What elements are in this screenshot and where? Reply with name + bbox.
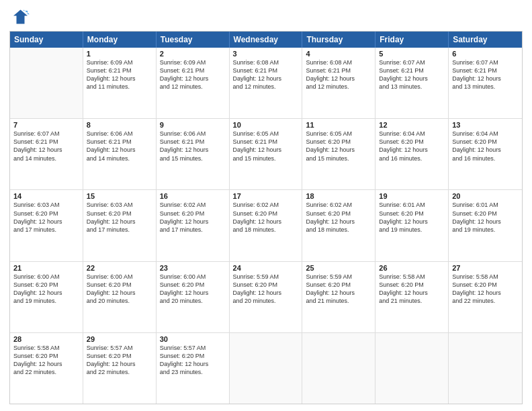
calendar-day-1: 1Sunrise: 6:09 AM Sunset: 6:21 PM Daylig… <box>83 48 157 118</box>
day-info: Sunrise: 6:06 AM Sunset: 6:21 PM Dayligh… <box>160 130 226 163</box>
calendar-header: SundayMondayTuesdayWednesdayThursdayFrid… <box>10 32 522 48</box>
page: SundayMondayTuesdayWednesdayThursdayFrid… <box>0 0 532 411</box>
calendar-day-empty-5 <box>375 333 449 404</box>
day-number: 27 <box>452 264 519 272</box>
calendar-day-8: 8Sunrise: 6:06 AM Sunset: 6:21 PM Daylig… <box>83 119 157 189</box>
calendar-body: 1Sunrise: 6:09 AM Sunset: 6:21 PM Daylig… <box>10 48 522 404</box>
day-number: 25 <box>306 264 371 272</box>
day-number: 6 <box>452 50 519 58</box>
calendar-day-25: 25Sunrise: 5:59 AM Sunset: 6:20 PM Dayli… <box>302 262 375 332</box>
day-number: 30 <box>160 335 226 343</box>
day-info: Sunrise: 6:02 AM Sunset: 6:20 PM Dayligh… <box>160 201 226 234</box>
logo-icon <box>9 7 30 27</box>
header-cell-wednesday: Wednesday <box>230 32 303 48</box>
calendar-day-24: 24Sunrise: 5:59 AM Sunset: 6:20 PM Dayli… <box>230 262 303 332</box>
day-info: Sunrise: 5:58 AM Sunset: 6:20 PM Dayligh… <box>13 344 79 377</box>
day-number: 21 <box>13 264 79 272</box>
day-info: Sunrise: 6:08 AM Sunset: 6:21 PM Dayligh… <box>233 58 299 91</box>
day-number: 12 <box>379 121 445 129</box>
calendar: SundayMondayTuesdayWednesdayThursdayFrid… <box>9 31 523 404</box>
calendar-day-26: 26Sunrise: 5:58 AM Sunset: 6:20 PM Dayli… <box>375 262 449 332</box>
calendar-day-11: 11Sunrise: 6:05 AM Sunset: 6:20 PM Dayli… <box>302 119 375 189</box>
day-info: Sunrise: 6:02 AM Sunset: 6:20 PM Dayligh… <box>233 201 299 234</box>
header-cell-saturday: Saturday <box>449 32 522 48</box>
day-number: 28 <box>13 335 79 343</box>
calendar-day-23: 23Sunrise: 6:00 AM Sunset: 6:20 PM Dayli… <box>157 262 230 332</box>
calendar-day-7: 7Sunrise: 6:07 AM Sunset: 6:21 PM Daylig… <box>10 119 83 189</box>
calendar-day-empty-0 <box>10 48 83 118</box>
header-cell-tuesday: Tuesday <box>157 32 230 48</box>
calendar-week-3: 21Sunrise: 6:00 AM Sunset: 6:20 PM Dayli… <box>10 262 522 333</box>
day-info: Sunrise: 6:04 AM Sunset: 6:20 PM Dayligh… <box>452 130 519 163</box>
calendar-day-14: 14Sunrise: 6:03 AM Sunset: 6:20 PM Dayli… <box>10 190 83 261</box>
day-number: 14 <box>13 192 79 200</box>
header-cell-monday: Monday <box>83 32 157 48</box>
calendar-day-17: 17Sunrise: 6:02 AM Sunset: 6:20 PM Dayli… <box>230 190 303 261</box>
day-number: 20 <box>452 192 519 200</box>
calendar-day-13: 13Sunrise: 6:04 AM Sunset: 6:20 PM Dayli… <box>449 119 522 189</box>
day-number: 5 <box>379 50 445 58</box>
day-info: Sunrise: 6:09 AM Sunset: 6:21 PM Dayligh… <box>87 58 152 91</box>
day-number: 15 <box>87 192 152 200</box>
calendar-day-empty-4 <box>302 333 375 404</box>
calendar-day-18: 18Sunrise: 6:02 AM Sunset: 6:20 PM Dayli… <box>302 190 375 261</box>
day-number: 29 <box>87 335 152 343</box>
day-info: Sunrise: 6:05 AM Sunset: 6:20 PM Dayligh… <box>306 130 371 163</box>
day-info: Sunrise: 6:07 AM Sunset: 6:21 PM Dayligh… <box>452 58 519 91</box>
day-number: 10 <box>233 121 299 129</box>
calendar-day-9: 9Sunrise: 6:06 AM Sunset: 6:21 PM Daylig… <box>157 119 230 189</box>
day-info: Sunrise: 5:59 AM Sunset: 6:20 PM Dayligh… <box>306 273 371 306</box>
calendar-day-6: 6Sunrise: 6:07 AM Sunset: 6:21 PM Daylig… <box>449 48 522 118</box>
day-info: Sunrise: 5:59 AM Sunset: 6:20 PM Dayligh… <box>233 273 299 306</box>
day-number: 16 <box>160 192 226 200</box>
day-info: Sunrise: 5:58 AM Sunset: 6:20 PM Dayligh… <box>452 273 519 306</box>
day-info: Sunrise: 6:00 AM Sunset: 6:20 PM Dayligh… <box>160 273 226 306</box>
day-number: 18 <box>306 192 371 200</box>
svg-marker-0 <box>13 10 28 24</box>
day-number: 4 <box>306 50 371 58</box>
logo <box>9 7 32 27</box>
calendar-day-21: 21Sunrise: 6:00 AM Sunset: 6:20 PM Dayli… <box>10 262 83 332</box>
day-info: Sunrise: 6:07 AM Sunset: 6:21 PM Dayligh… <box>379 58 445 91</box>
day-info: Sunrise: 6:06 AM Sunset: 6:21 PM Dayligh… <box>87 130 152 163</box>
day-number: 7 <box>13 121 79 129</box>
day-number: 24 <box>233 264 299 272</box>
header-cell-friday: Friday <box>375 32 449 48</box>
calendar-day-29: 29Sunrise: 5:57 AM Sunset: 6:20 PM Dayli… <box>83 333 157 404</box>
day-number: 22 <box>87 264 152 272</box>
day-number: 17 <box>233 192 299 200</box>
header-cell-sunday: Sunday <box>10 32 83 48</box>
day-info: Sunrise: 6:05 AM Sunset: 6:21 PM Dayligh… <box>233 130 299 163</box>
day-number: 3 <box>233 50 299 58</box>
calendar-week-1: 7Sunrise: 6:07 AM Sunset: 6:21 PM Daylig… <box>10 119 522 190</box>
day-info: Sunrise: 6:08 AM Sunset: 6:21 PM Dayligh… <box>306 58 371 91</box>
calendar-week-4: 28Sunrise: 5:58 AM Sunset: 6:20 PM Dayli… <box>10 333 522 404</box>
calendar-week-0: 1Sunrise: 6:09 AM Sunset: 6:21 PM Daylig… <box>10 48 522 119</box>
header-cell-thursday: Thursday <box>302 32 375 48</box>
calendar-day-15: 15Sunrise: 6:03 AM Sunset: 6:20 PM Dayli… <box>83 190 157 261</box>
calendar-day-10: 10Sunrise: 6:05 AM Sunset: 6:21 PM Dayli… <box>230 119 303 189</box>
day-number: 23 <box>160 264 226 272</box>
day-info: Sunrise: 6:00 AM Sunset: 6:20 PM Dayligh… <box>87 273 152 306</box>
day-info: Sunrise: 5:57 AM Sunset: 6:20 PM Dayligh… <box>87 344 152 377</box>
day-info: Sunrise: 5:57 AM Sunset: 6:20 PM Dayligh… <box>160 344 226 377</box>
day-info: Sunrise: 6:00 AM Sunset: 6:20 PM Dayligh… <box>13 273 79 306</box>
calendar-week-2: 14Sunrise: 6:03 AM Sunset: 6:20 PM Dayli… <box>10 190 522 261</box>
day-number: 2 <box>160 50 226 58</box>
calendar-day-12: 12Sunrise: 6:04 AM Sunset: 6:20 PM Dayli… <box>375 119 449 189</box>
day-info: Sunrise: 6:09 AM Sunset: 6:21 PM Dayligh… <box>160 58 226 91</box>
calendar-day-empty-3 <box>230 333 303 404</box>
day-number: 1 <box>87 50 152 58</box>
day-number: 11 <box>306 121 371 129</box>
calendar-day-28: 28Sunrise: 5:58 AM Sunset: 6:20 PM Dayli… <box>10 333 83 404</box>
day-info: Sunrise: 6:04 AM Sunset: 6:20 PM Dayligh… <box>379 130 445 163</box>
day-info: Sunrise: 6:01 AM Sunset: 6:20 PM Dayligh… <box>379 201 445 234</box>
day-info: Sunrise: 6:07 AM Sunset: 6:21 PM Dayligh… <box>13 130 79 163</box>
calendar-day-20: 20Sunrise: 6:01 AM Sunset: 6:20 PM Dayli… <box>449 190 522 261</box>
calendar-day-4: 4Sunrise: 6:08 AM Sunset: 6:21 PM Daylig… <box>302 48 375 118</box>
day-info: Sunrise: 6:02 AM Sunset: 6:20 PM Dayligh… <box>306 201 371 234</box>
day-info: Sunrise: 6:03 AM Sunset: 6:20 PM Dayligh… <box>87 201 152 234</box>
day-info: Sunrise: 5:58 AM Sunset: 6:20 PM Dayligh… <box>379 273 445 306</box>
day-info: Sunrise: 6:01 AM Sunset: 6:20 PM Dayligh… <box>452 201 519 234</box>
day-number: 19 <box>379 192 445 200</box>
